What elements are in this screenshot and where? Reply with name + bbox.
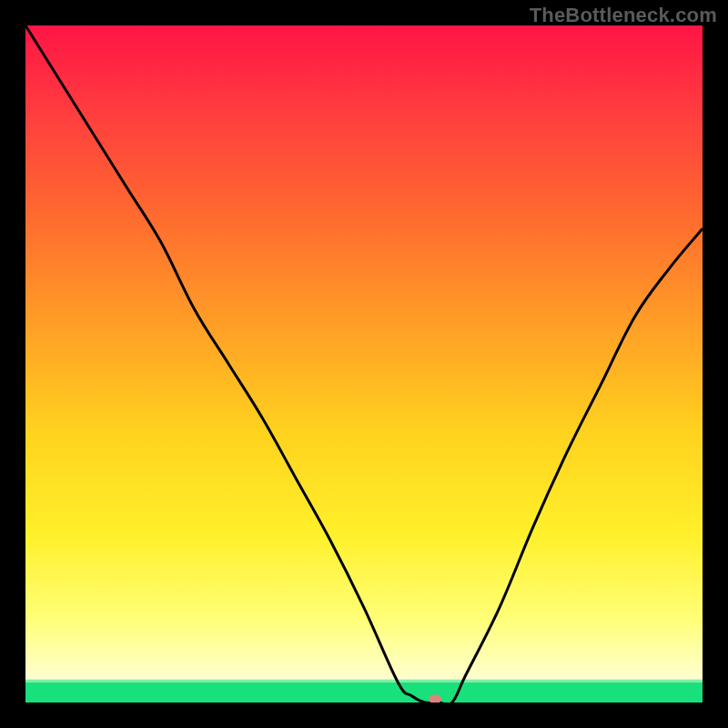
watermark-text: TheBottleneck.com <box>530 4 717 27</box>
green-band-highlight <box>25 680 703 682</box>
chart-frame: TheBottleneck.com <box>0 0 728 728</box>
gradient-background <box>25 25 703 703</box>
bottleneck-chart <box>25 25 703 703</box>
green-band <box>25 682 703 703</box>
plot-area <box>25 25 703 703</box>
